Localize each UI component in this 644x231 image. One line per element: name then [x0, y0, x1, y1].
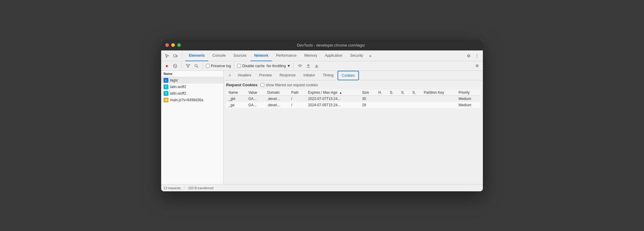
preserve-log-checkbox-group[interactable]: Preserve log: [206, 64, 231, 68]
cookies-content: Request Cookies show filtered out reques…: [224, 80, 483, 184]
toolbar-icons: [164, 52, 182, 59]
right-settings-icon[interactable]: ⚙: [474, 63, 480, 69]
record-button[interactable]: ●: [164, 63, 170, 69]
col-header-value[interactable]: Value: [246, 90, 265, 96]
svg-line-5: [197, 67, 198, 68]
col-header-s2[interactable]: S.: [399, 90, 410, 96]
cell-h: [376, 102, 388, 108]
cell-s2: [399, 102, 410, 108]
window-title: DevTools - developer.chrome.com/tags/: [183, 43, 479, 47]
download-icon[interactable]: [313, 63, 320, 69]
detail-tab-response[interactable]: Response: [276, 71, 299, 80]
svg-point-4: [195, 64, 197, 67]
close-detail-button[interactable]: ×: [226, 73, 234, 78]
tab-memory[interactable]: Memory: [301, 50, 321, 61]
sidebar-item-main-js[interactable]: ⚙ main.js?v=6498d36a: [161, 97, 223, 103]
file-icon-font-1: T: [164, 84, 168, 89]
network-sidebar: Name ≡ tags/ T latin.woff2 T latin.woff2…: [161, 71, 224, 184]
throttle-arrow-icon: ▼: [287, 64, 290, 68]
detail-tab-initiator[interactable]: Initiator: [300, 71, 318, 80]
cell-value: GA...: [246, 96, 265, 102]
col-header-name[interactable]: Name: [226, 90, 246, 96]
cursor-icon[interactable]: [164, 52, 171, 59]
minimize-button[interactable]: [171, 43, 175, 47]
col-header-s3[interactable]: S.: [410, 90, 421, 96]
preserve-log-checkbox[interactable]: [206, 64, 210, 68]
cell-expires: 2024-07-05T15:24...: [306, 102, 360, 108]
col-header-path[interactable]: Path: [289, 90, 306, 96]
col-header-partition-key[interactable]: Partition Key: [421, 90, 456, 96]
wifi-icon[interactable]: [297, 63, 303, 69]
more-tabs-button[interactable]: »: [367, 53, 373, 58]
devtools-body: Elements Console Sources Network Perform…: [161, 50, 483, 191]
disable-cache-checkbox-group[interactable]: Disable cache: [237, 64, 265, 68]
request-cookies-title: Request Cookies: [226, 83, 257, 87]
col-header-s1[interactable]: S.: [388, 90, 399, 96]
cell-s1: [388, 96, 399, 102]
separator-4: [293, 63, 294, 69]
col-header-expires[interactable]: Expires / Max-Age ▲: [306, 90, 360, 96]
status-separator: [184, 186, 184, 190]
request-cookies-header: Request Cookies show filtered out reques…: [226, 83, 480, 87]
cell-s3: [410, 96, 421, 102]
network-toolbar: ● Preserve: [161, 61, 483, 71]
separator-2: [203, 63, 203, 69]
col-header-domain[interactable]: Domain: [265, 90, 289, 96]
settings-icon[interactable]: ⚙: [465, 52, 472, 59]
cell-priority: Medium: [456, 102, 480, 108]
sidebar-item-tags[interactable]: ≡ tags/: [161, 77, 223, 84]
tab-sources[interactable]: Sources: [230, 50, 250, 61]
maximize-button[interactable]: [177, 43, 181, 47]
sidebar-header: Name: [161, 71, 223, 77]
col-header-h[interactable]: H.: [376, 90, 388, 96]
tab-network[interactable]: Network: [251, 50, 272, 61]
close-button[interactable]: [165, 43, 169, 47]
throttle-select[interactable]: No throttling ▼: [267, 64, 291, 68]
separator-1: [181, 63, 182, 69]
main-tab-bar: Elements Console Sources Network Perform…: [161, 50, 483, 61]
sidebar-item-latin-woff2-1[interactable]: T latin.woff2: [161, 84, 223, 90]
file-icon-document: ≡: [164, 78, 168, 83]
show-filtered-checkbox[interactable]: [260, 83, 264, 87]
col-header-priority[interactable]: Priority: [456, 90, 480, 96]
detail-tab-cookies[interactable]: Cookies: [337, 71, 359, 80]
settings-area: ⚙ ⋮: [465, 52, 480, 59]
detail-tab-headers[interactable]: Headers: [234, 71, 255, 80]
device-toggle-icon[interactable]: [172, 52, 179, 59]
table-row[interactable]: _ga GA... .devel... / 2024-07-05T15:24..…: [226, 102, 480, 108]
detail-tab-preview[interactable]: Preview: [256, 71, 276, 80]
tab-performance[interactable]: Performance: [273, 50, 300, 61]
tab-console[interactable]: Console: [209, 50, 229, 61]
cell-partition-key: [421, 102, 456, 108]
svg-rect-0: [174, 55, 176, 57]
upload-icon[interactable]: [305, 63, 312, 69]
disable-cache-checkbox[interactable]: [237, 64, 241, 68]
svg-line-3: [174, 65, 176, 67]
clear-button[interactable]: [172, 63, 178, 69]
main-area: Name ≡ tags/ T latin.woff2 T latin.woff2…: [161, 71, 483, 184]
tab-application[interactable]: Application: [321, 50, 346, 61]
devtools-window: DevTools - developer.chrome.com/tags/: [161, 40, 483, 191]
file-icon-font-2: T: [164, 91, 168, 96]
cell-priority: Medium: [456, 96, 480, 102]
search-icon[interactable]: [193, 63, 200, 69]
table-row[interactable]: _gid GA... .devel... / 2022-07-07T15:24.…: [226, 96, 480, 102]
cell-s3: [410, 102, 421, 108]
filter-icon[interactable]: [185, 63, 191, 69]
show-filtered-label[interactable]: show filtered out request cookies: [260, 83, 318, 87]
table-header-row: Name Value Domain Path Expires / Max-Age…: [226, 90, 480, 96]
cell-size: 30: [360, 96, 376, 102]
tab-security[interactable]: Security: [347, 50, 367, 61]
cell-value: GA...: [246, 102, 265, 108]
cell-domain: .devel...: [265, 102, 289, 108]
more-options-icon[interactable]: ⋮: [473, 52, 480, 59]
col-header-size[interactable]: Size: [360, 90, 376, 96]
file-icon-js: ⚙: [164, 98, 168, 102]
cell-path: /: [289, 102, 306, 108]
separator-3: [234, 63, 234, 69]
tab-elements[interactable]: Elements: [185, 50, 208, 61]
cell-h: [376, 96, 388, 102]
requests-count: 13 requests: [164, 186, 181, 190]
detail-tab-timing[interactable]: Timing: [319, 71, 337, 80]
sidebar-item-latin-woff2-2[interactable]: T latin.woff2: [161, 90, 223, 97]
